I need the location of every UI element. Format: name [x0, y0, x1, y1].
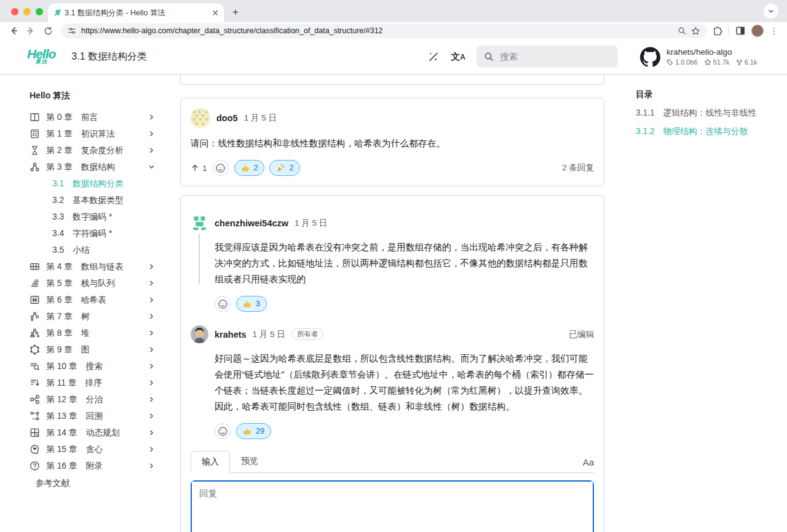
sidebar-item[interactable]: 第 13 章 回溯: [30, 408, 173, 424]
table-of-contents: 目录 3.1.1 逻辑结构：线性与非线性3.1.2 物理结构：连续与分散: [611, 74, 787, 532]
sidebar-item[interactable]: 参考文献: [30, 475, 173, 491]
sidebar-item[interactable]: 第 3 章 数据结构: [30, 159, 173, 175]
new-tab-button[interactable]: +: [232, 6, 239, 18]
reaction-pill[interactable]: 29: [236, 423, 271, 439]
back-icon[interactable]: [6, 23, 21, 38]
chapter-icon: [30, 461, 40, 471]
sidebar-item-label: 3.5 小结: [52, 245, 90, 256]
reaction-pill[interactable]: 3: [236, 296, 267, 312]
chevron-icon: [148, 396, 155, 403]
menu-kebab-icon[interactable]: ⋮: [770, 26, 778, 36]
forward-icon[interactable]: [23, 23, 38, 38]
text-format-button[interactable]: Aa: [583, 457, 594, 472]
upvote-count: 1: [202, 164, 207, 173]
avatar-krahets[interactable]: [191, 325, 208, 343]
sidebar-item[interactable]: 第 2 章 复杂度分析: [30, 142, 173, 159]
sidebar-item[interactable]: 第 16 章 附录: [30, 458, 173, 474]
bookmark-star-icon[interactable]: [691, 26, 700, 36]
search-placeholder: 搜索: [500, 51, 518, 63]
reaction-pill[interactable]: 2: [234, 160, 265, 176]
tab-title: 3.1 数据结构分类 - Hello 算法: [65, 8, 207, 18]
sidebar-item-label: 第 1 章 初识算法: [46, 129, 115, 140]
sidebar-item[interactable]: 第 15 章 贪心: [30, 441, 173, 458]
sidebar-item[interactable]: 第 6 章 哈希表: [30, 292, 173, 308]
add-reaction-button[interactable]: [213, 160, 229, 176]
sidebar-item[interactable]: 3.3 数字编码 *: [30, 208, 173, 225]
edited-label[interactable]: 已编辑: [569, 329, 595, 340]
sidebar-item[interactable]: 3.2 基本数据类型: [30, 192, 173, 208]
tab-close-icon[interactable]: ✕: [212, 9, 219, 17]
sidebar-item-label: 第 12 章 分治: [46, 394, 103, 405]
comment-author[interactable]: doo5: [216, 113, 238, 123]
site-header: Hello 算法 3.1 数据结构分类 文A 搜索 krahets/hello-…: [0, 39, 787, 74]
sidebar: Hello 算法 第 0 章 前言 第 1 章 初识算法 第 2 章 复杂度分析: [0, 74, 173, 532]
sidebar-item[interactable]: 第 0 章 前言: [30, 109, 173, 125]
sidebar-item[interactable]: 3.1 数据结构分类: [30, 175, 173, 192]
upvote-button[interactable]: 1: [191, 164, 207, 173]
tab-preview[interactable]: 预览: [230, 450, 269, 472]
sidebar-item[interactable]: 第 8 章 堆: [30, 325, 173, 341]
sidebar-item-label: 第 11 章 排序: [46, 378, 102, 389]
toc-item[interactable]: 3.1.1 逻辑结构：线性与非线性: [636, 108, 787, 119]
comment-date[interactable]: 1 月 5 日: [295, 218, 327, 229]
sidebar-item-label: 第 14 章 动态规划: [46, 427, 120, 439]
avatar-chenzhiwei54czw[interactable]: [191, 214, 208, 232]
language-toggle-icon[interactable]: 文A: [451, 51, 465, 63]
zoom-page-icon[interactable]: [678, 26, 686, 35]
repo-link[interactable]: krahets/hello-algo 1.0.0b6 51.7k 6.1k: [640, 47, 772, 67]
comment-date[interactable]: 1 月 5 日: [244, 113, 277, 124]
sidebar-item-label: 第 4 章 数组与链表: [46, 261, 124, 272]
add-reaction-button[interactable]: [215, 296, 231, 312]
comment-author[interactable]: krahets: [215, 330, 247, 339]
address-bar[interactable]: https://www.hello-algo.com/chapter_data_…: [61, 23, 706, 38]
search-icon: [484, 52, 494, 62]
reload-icon[interactable]: [41, 23, 55, 38]
sidebar-item[interactable]: 第 12 章 分治: [30, 391, 173, 408]
sidebar-item[interactable]: 第 10 章 搜索: [30, 358, 173, 375]
sidebar-item[interactable]: 第 14 章 动态规划: [30, 424, 173, 441]
minimize-window-button[interactable]: [23, 8, 31, 15]
comment-author[interactable]: chenzhiwei54czw: [215, 218, 288, 228]
zoom-window-button[interactable]: [36, 8, 43, 15]
window-chevron-icon[interactable]: [764, 4, 778, 18]
toc-list: 3.1.1 逻辑结构：线性与非线性3.1.2 物理结构：连续与分散: [636, 108, 787, 137]
tab-write[interactable]: 输入: [191, 451, 230, 473]
extensions-icon[interactable]: [713, 26, 722, 36]
sidebar-site-title: Hello 算法: [30, 90, 173, 101]
browser-tab[interactable]: 算 3.1 数据结构分类 - Hello 算法 ✕: [48, 4, 224, 22]
add-reaction-button[interactable]: [215, 423, 231, 439]
comment-date[interactable]: 1 月 5 日: [253, 329, 285, 340]
site-logo[interactable]: Hello 算法: [27, 49, 55, 64]
sidebar-item[interactable]: 第 7 章 树: [30, 308, 173, 325]
reply-textarea[interactable]: [192, 482, 593, 532]
sidebar-item[interactable]: 3.4 字符编码 *: [30, 225, 173, 242]
sidebar-item-label: 第 13 章 回溯: [46, 411, 103, 422]
sidebar-item-label: 第 6 章 哈希表: [46, 295, 106, 306]
avatar-doo5[interactable]: [191, 108, 210, 128]
sidebar-item[interactable]: 第 1 章 初识算法: [30, 125, 173, 142]
fork-icon: [736, 59, 743, 66]
reaction-pill[interactable]: 2: [269, 160, 300, 176]
side-panel-icon[interactable]: [735, 26, 745, 36]
url-text[interactable]: https://www.hello-algo.com/chapter_data_…: [81, 26, 673, 35]
search-input[interactable]: 搜索: [477, 46, 618, 68]
sidebar-item-label: 参考文献: [36, 478, 69, 489]
sidebar-item[interactable]: 第 4 章 数组与链表: [30, 258, 173, 275]
sidebar-item[interactable]: 第 5 章 栈与队列: [30, 275, 173, 292]
sidebar-nav-list: 第 0 章 前言 第 1 章 初识算法 第 2 章 复杂度分析 第 3 章 数据…: [30, 109, 173, 491]
reaction-emoji-icon: [243, 427, 252, 436]
sidebar-item-label: 第 8 章 堆: [46, 328, 90, 339]
chevron-icon: [148, 280, 155, 287]
chapter-icon: [30, 311, 40, 322]
theme-toggle-icon[interactable]: [427, 50, 440, 63]
site-settings-icon[interactable]: [68, 26, 76, 35]
close-window-button[interactable]: [11, 8, 18, 15]
toc-title: 目录: [636, 89, 787, 100]
sidebar-item[interactable]: 第 11 章 排序: [30, 375, 173, 391]
toc-item[interactable]: 3.1.2 物理结构：连续与分散: [636, 126, 787, 137]
sidebar-item[interactable]: 第 9 章 图: [30, 341, 173, 358]
profile-avatar[interactable]: [751, 25, 764, 37]
window-controls[interactable]: [11, 8, 43, 15]
sidebar-item[interactable]: 3.5 小结: [30, 242, 173, 258]
reaction-count: 29: [256, 427, 264, 435]
